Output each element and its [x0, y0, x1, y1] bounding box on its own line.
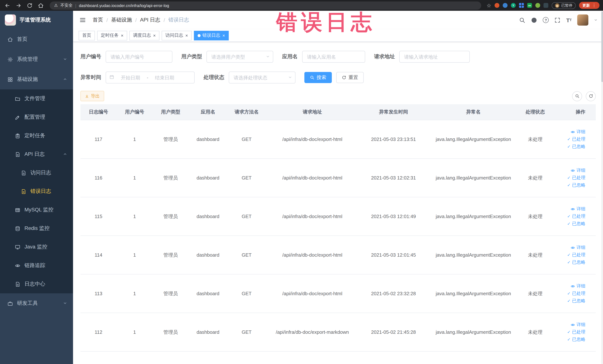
- extension-icon-3[interactable]: Y: [511, 3, 516, 8]
- detail-link[interactable]: 详细: [570, 206, 585, 212]
- browser-home-button[interactable]: [37, 2, 45, 9]
- mark-ignored-link[interactable]: ✓ 已忽略: [567, 182, 585, 188]
- end-date-input[interactable]: [150, 75, 179, 80]
- sidebar-item-system[interactable]: 系统管理: [0, 49, 73, 69]
- user-id-input[interactable]: [106, 51, 172, 63]
- browser-menu-dots-icon[interactable]: ⋮: [592, 3, 596, 8]
- browser-update-button[interactable]: 更新 ⋮: [579, 2, 600, 9]
- mark-processed-link[interactable]: ✓ 已处理: [567, 252, 585, 258]
- extension-icon-2[interactable]: [503, 3, 508, 8]
- mark-processed-link[interactable]: ✓ 已处理: [567, 136, 585, 142]
- processed-label: 已处理: [572, 329, 585, 335]
- detail-link[interactable]: 详细: [570, 244, 585, 251]
- sidebar-item-java[interactable]: Java 监控: [0, 238, 73, 256]
- detail-link[interactable]: 详细: [570, 322, 585, 328]
- sidebar-item-config[interactable]: 配置管理: [0, 108, 73, 127]
- tab-access-log[interactable]: 访问日志 ×: [162, 31, 192, 40]
- breadcrumb-infra[interactable]: 基础设施: [111, 17, 132, 23]
- detail-link[interactable]: 详细: [570, 129, 585, 135]
- sidebar-item-log-center[interactable]: 日志中心: [0, 275, 73, 293]
- check-icon: ✓: [567, 214, 570, 218]
- user-type-select[interactable]: [207, 51, 273, 63]
- date-range-picker[interactable]: -: [106, 71, 195, 83]
- mark-ignored-link[interactable]: ✓ 已忽略: [567, 336, 585, 343]
- app-name-input[interactable]: [302, 51, 365, 63]
- close-icon[interactable]: ×: [121, 33, 123, 38]
- extension-icon-6[interactable]: [535, 3, 540, 8]
- close-icon[interactable]: ×: [185, 33, 188, 38]
- filter-exception-time: 异常时间 -: [81, 71, 195, 83]
- extension-icon-7[interactable]: [544, 3, 548, 8]
- cell-method: GET: [227, 137, 266, 142]
- extension-icon-5[interactable]: on: [527, 3, 532, 8]
- sidebar-item-home[interactable]: 首页: [0, 29, 73, 49]
- sidebar-item-job[interactable]: 定时任务: [0, 127, 73, 145]
- avatar-caret-icon[interactable]: [594, 17, 598, 23]
- tab-job-log[interactable]: 调度日志 ×: [129, 31, 159, 40]
- mark-processed-link[interactable]: ✓ 已处理: [567, 290, 585, 297]
- sidebar-item-file[interactable]: 文件管理: [0, 89, 73, 108]
- font-size-icon[interactable]: TT: [566, 17, 572, 23]
- browser-forward-button[interactable]: [15, 2, 22, 9]
- breadcrumb-api-log[interactable]: API 日志: [140, 17, 160, 23]
- sidebar-item-infra[interactable]: 基础设施: [0, 69, 73, 89]
- tab-error-log[interactable]: 错误日志 ×: [194, 31, 229, 40]
- app-logo[interactable]: 芋道管理系统: [0, 11, 73, 29]
- detail-link[interactable]: 详细: [570, 283, 585, 289]
- search-button[interactable]: 搜索: [304, 72, 332, 83]
- cell-log-id: 116: [81, 175, 116, 181]
- logo-image: [5, 14, 16, 26]
- extension-icon-1[interactable]: [495, 3, 499, 8]
- refresh-table-button[interactable]: [586, 91, 596, 101]
- sidebar-item-mysql[interactable]: MySQL 监控: [0, 201, 73, 219]
- request-url-input[interactable]: [399, 51, 470, 63]
- detail-link[interactable]: 详细: [570, 167, 585, 174]
- mark-processed-link[interactable]: ✓ 已处理: [567, 213, 585, 220]
- start-date-input[interactable]: [116, 75, 145, 80]
- calendar-icon: [109, 74, 114, 81]
- fullscreen-icon[interactable]: [555, 17, 561, 23]
- breadcrumb-home[interactable]: 首页: [93, 17, 103, 23]
- mark-ignored-link[interactable]: ✓ 已忽略: [567, 259, 585, 266]
- sidebar-label: 系统管理: [17, 56, 38, 63]
- github-icon[interactable]: [531, 17, 537, 23]
- tab-job[interactable]: 定时任务 ×: [97, 31, 127, 40]
- search-icon[interactable]: [519, 17, 525, 23]
- database-icon: [15, 226, 20, 231]
- bookmark-star-icon[interactable]: ☆: [487, 2, 491, 8]
- sidebar-item-redis[interactable]: Redis 监控: [0, 219, 73, 238]
- sidebar-item-trace[interactable]: 链路追踪: [0, 256, 73, 275]
- sidebar-item-error-log[interactable]: 错误日志: [0, 182, 73, 201]
- reset-button[interactable]: 重置: [336, 72, 364, 83]
- paused-badge[interactable]: 已暂停: [552, 2, 576, 9]
- export-button[interactable]: 导出: [81, 91, 104, 101]
- help-icon[interactable]: ?: [543, 17, 549, 23]
- mark-processed-link[interactable]: ✓ 已处理: [567, 329, 585, 335]
- page-scrollbar[interactable]: [601, 11, 603, 364]
- hamburger-icon[interactable]: [79, 16, 87, 24]
- toggle-search-button[interactable]: [572, 91, 582, 101]
- mark-processed-link[interactable]: ✓ 已处理: [567, 175, 585, 181]
- check-icon: ✓: [567, 253, 570, 257]
- close-icon[interactable]: ×: [222, 33, 225, 38]
- browser-refresh-button[interactable]: [26, 2, 33, 9]
- cell-method: GET: [227, 291, 266, 296]
- sidebar-item-api-log[interactable]: API 日志: [0, 145, 73, 164]
- address-bar[interactable]: ⚠ 不安全 | dashboard.yudao.iocoder.cn/infra…: [50, 1, 481, 10]
- mark-ignored-link[interactable]: ✓ 已忽略: [567, 298, 585, 304]
- table-body: 117 1 管理员 dashboard GET /api/infra/db-do…: [81, 120, 596, 352]
- avatar[interactable]: [577, 14, 588, 26]
- close-icon[interactable]: ×: [153, 33, 156, 38]
- detail-label: 详细: [577, 283, 585, 289]
- extension-icon-4[interactable]: [519, 3, 524, 8]
- update-label: 更新: [582, 3, 590, 8]
- security-label[interactable]: 不安全: [60, 3, 73, 8]
- browser-back-button[interactable]: [4, 2, 11, 9]
- scrollbar-thumb[interactable]: [601, 12, 603, 82]
- process-status-select[interactable]: [229, 71, 295, 83]
- mark-ignored-link[interactable]: ✓ 已忽略: [567, 221, 585, 227]
- sidebar-item-access-log[interactable]: 访问日志: [0, 164, 73, 182]
- tab-home[interactable]: 首页: [79, 31, 95, 40]
- sidebar-item-devtools[interactable]: 研发工具: [0, 293, 73, 313]
- mark-ignored-link[interactable]: ✓ 已忽略: [567, 143, 585, 150]
